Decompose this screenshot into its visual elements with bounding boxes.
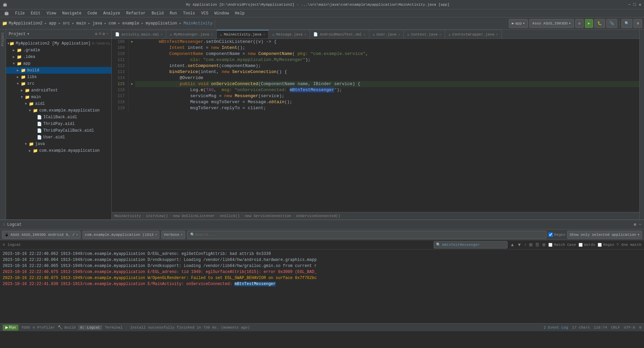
words-input[interactable] bbox=[579, 243, 583, 247]
tab-user-close[interactable]: ✕ bbox=[398, 32, 400, 37]
breadcrumb-myapplication[interactable]: myapplication bbox=[146, 21, 177, 26]
tab-context[interactable]: ☕ Context.java ✕ bbox=[404, 30, 445, 39]
run-config-btn[interactable]: ▶ app ▾ bbox=[509, 19, 528, 28]
debug-btn[interactable]: 🐛 bbox=[594, 19, 605, 28]
project-name[interactable]: MyApplication2 bbox=[9, 21, 43, 26]
menu-code[interactable]: Code bbox=[85, 10, 100, 16]
filter-regex-input[interactable] bbox=[598, 243, 602, 247]
tab-mainactivity-close[interactable]: ✕ bbox=[263, 32, 265, 37]
breadcrumb-example[interactable]: example bbox=[122, 21, 139, 26]
logcat-show-only-selector[interactable]: Show only selected application ▾ bbox=[567, 231, 642, 239]
logcat-filter-search[interactable]: 🔍 mBtnTestMessenger bbox=[434, 241, 507, 249]
breadcrumb-app[interactable]: app bbox=[49, 21, 56, 26]
logcat-filter-icon-btn[interactable]: ⊛ bbox=[542, 242, 546, 247]
menu-build[interactable]: Build bbox=[149, 10, 166, 16]
tree-main[interactable]: ▼ 📁 main bbox=[6, 94, 111, 100]
close-btn[interactable]: ✕ bbox=[639, 2, 641, 7]
tree-src[interactable]: ▼ 📁 src bbox=[6, 80, 111, 87]
tree-thridpaycallback[interactable]: 📄 ThridPayCallBack.aidl bbox=[6, 127, 111, 134]
tree-com-example-java[interactable]: ▶ 📁 com.example.myapplication bbox=[6, 147, 111, 154]
code-editor[interactable]: 106 ● mBtnTestMessenger.setOnClickListen… bbox=[112, 39, 639, 212]
breadcrumb-com[interactable]: com bbox=[109, 21, 116, 26]
build-label[interactable]: 🔨 Build bbox=[58, 325, 76, 330]
tab-androidmanifest[interactable]: 📄 AndroidManifest.xml ✕ bbox=[310, 30, 369, 39]
tree-aidl[interactable]: ▼ 📁 aidl bbox=[6, 100, 111, 107]
project-minimize-icon[interactable]: – bbox=[106, 31, 109, 37]
logcat-device-selector[interactable]: 📱 ASUS ASUS_I003DD Android 9, / ▾ bbox=[2, 231, 80, 239]
terminal-label[interactable]: Terminal bbox=[105, 326, 123, 330]
run-status-btn[interactable]: ▶ Run bbox=[3, 325, 18, 331]
settings-icon-status[interactable]: ⚙ bbox=[639, 325, 641, 330]
tree-androidtest[interactable]: ▶ 📁 androidTest bbox=[6, 87, 111, 94]
attach-btn[interactable]: 📎 bbox=[606, 19, 617, 28]
logcat-next-btn[interactable]: ▼ bbox=[517, 242, 522, 247]
event-log-label[interactable]: 2 Event Log bbox=[544, 326, 568, 330]
menu-analyze[interactable]: Analyze bbox=[101, 10, 123, 16]
settings-btn[interactable]: ⚙ bbox=[634, 19, 642, 28]
logcat-package-selector[interactable]: com.example.myapplication (1913 ▾ bbox=[83, 231, 159, 239]
project-sync-icon[interactable]: ⊕ bbox=[95, 31, 97, 37]
device-btn[interactable]: Asus ASUS_I003DD ▾ bbox=[529, 19, 574, 28]
line-endings[interactable]: CRLF bbox=[611, 326, 620, 330]
menu-edit[interactable]: Edit bbox=[28, 10, 43, 16]
breadcrumb-java[interactable]: java bbox=[93, 21, 102, 26]
bc-new-serviceconnection[interactable]: new ServiceConnection bbox=[245, 214, 291, 218]
bc-new-onclicklistener[interactable]: new OnClickListener bbox=[173, 214, 215, 218]
tab-contextwrapper[interactable]: ☕ ContextWrapper.java ✕ bbox=[445, 30, 502, 39]
logcat-bottom-label[interactable]: 6: Logcat bbox=[78, 325, 102, 330]
project-settings-icon[interactable]: ≡ bbox=[99, 31, 101, 37]
menu-tools[interactable]: Tools bbox=[180, 10, 198, 16]
window-controls[interactable]: – □ ✕ bbox=[628, 2, 641, 7]
tab-mymessenger[interactable]: ☕ MyMessenger.java ✕ bbox=[166, 30, 216, 39]
logcat-regex-checkbox[interactable] bbox=[548, 232, 553, 237]
breadcrumb-main[interactable]: main bbox=[76, 21, 86, 26]
breadcrumb-mainactivity[interactable]: MainActivity bbox=[183, 21, 212, 26]
tree-app[interactable]: ▼ 📁 app bbox=[6, 60, 111, 67]
menu-run[interactable]: Run bbox=[167, 10, 180, 16]
project-gear-icon[interactable]: ⚙ bbox=[103, 31, 105, 37]
tree-root[interactable]: ▼ 📁 MyApplication2 [My Application] D:\A… bbox=[6, 40, 111, 47]
menu-android-icon[interactable]: 🤖 bbox=[1, 10, 12, 16]
search-btn[interactable]: 🔍 bbox=[622, 19, 632, 28]
maximize-btn[interactable]: □ bbox=[633, 2, 636, 7]
logcat-settings-icon[interactable]: ⚙ bbox=[634, 222, 636, 227]
sync-btn[interactable]: ↺ bbox=[575, 19, 584, 28]
match-case-checkbox[interactable]: Match Case bbox=[548, 243, 576, 247]
run-btn[interactable]: ▶ bbox=[585, 19, 593, 28]
tab-context-close[interactable]: ✕ bbox=[439, 32, 441, 37]
bc-mainactivity[interactable]: MainActivity bbox=[114, 214, 141, 218]
logcat-options-btn[interactable]: ⊞ bbox=[529, 242, 533, 247]
tree-user-aidl[interactable]: 📄 User.aidl bbox=[6, 134, 111, 141]
project-header-arrow[interactable]: ▾ bbox=[27, 31, 29, 37]
bc-onclick[interactable]: onClick() bbox=[220, 214, 239, 218]
logcat-list-btn[interactable]: ☰ bbox=[535, 242, 539, 247]
project-tab[interactable]: Project bbox=[1, 31, 5, 48]
tree-thridpay[interactable]: 📄 ThridPay.aidl bbox=[6, 121, 111, 127]
tree-gradle[interactable]: ▶ 📁 .gradle bbox=[6, 47, 111, 54]
menu-window[interactable]: Window bbox=[212, 10, 231, 16]
logcat-search-box[interactable]: 🔍 Search... bbox=[187, 231, 546, 239]
logcat-up-btn[interactable]: ↑ bbox=[524, 242, 527, 247]
tab-activity-main[interactable]: 📄 activity_main.xml ✕ bbox=[112, 30, 166, 39]
tab-activity-main-close[interactable]: ✕ bbox=[161, 32, 163, 37]
logcat-content[interactable]: 2023-10-16 22:22:40.062 1913-1949/com.ex… bbox=[0, 250, 644, 323]
filter-regex-checkbox[interactable]: Regex ? bbox=[598, 243, 619, 247]
menu-navigate[interactable]: Navigate bbox=[59, 10, 84, 16]
menu-help[interactable]: Help bbox=[232, 10, 247, 16]
tab-message[interactable]: ☕ Message.java ✕ bbox=[269, 30, 310, 39]
menu-view[interactable]: View bbox=[44, 10, 59, 16]
logcat-prev-btn[interactable]: ▲ bbox=[510, 242, 515, 247]
tab-mymessenger-close[interactable]: ✕ bbox=[211, 32, 213, 37]
tree-idea[interactable]: ▶ 📁 .idea bbox=[6, 54, 111, 60]
match-case-input[interactable] bbox=[548, 243, 552, 247]
tree-java[interactable]: ▼ 📁 java bbox=[6, 141, 111, 147]
menu-refactor[interactable]: Refactor bbox=[123, 10, 148, 16]
encoding[interactable]: UTF-8 bbox=[624, 326, 635, 330]
tree-build[interactable]: ▶ 📁 build bbox=[6, 67, 111, 74]
tree-icallback[interactable]: 📄 ICallBack.aidl bbox=[6, 114, 111, 121]
menu-file[interactable]: File bbox=[12, 10, 28, 16]
tree-com-example[interactable]: ▼ 📁 com.example.myapplication bbox=[6, 107, 111, 114]
logcat-verbosity-selector[interactable]: Verbose ▾ bbox=[161, 231, 185, 239]
logcat-minimize-icon[interactable]: – bbox=[639, 222, 641, 227]
breadcrumb-src[interactable]: src bbox=[63, 21, 70, 26]
